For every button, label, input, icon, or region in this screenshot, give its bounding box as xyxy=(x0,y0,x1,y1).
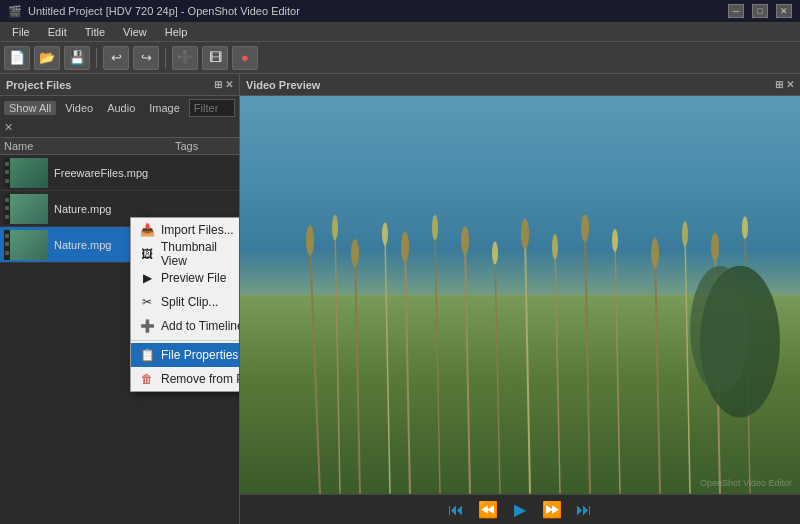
title-bar-controls: ─ □ ✕ xyxy=(728,4,792,18)
app-icon: 🎬 xyxy=(8,5,22,18)
ctx-file-properties[interactable]: 📋 File Properties xyxy=(131,343,239,367)
filter-clear-icon[interactable]: ✕ xyxy=(4,121,13,134)
ctx-preview-file[interactable]: ▶ Preview File xyxy=(131,266,239,290)
svg-line-9 xyxy=(555,247,560,494)
svg-point-33 xyxy=(690,266,750,393)
new-button[interactable]: 📄 xyxy=(4,46,30,70)
ctx-file-properties-label: File Properties xyxy=(161,348,238,362)
file-list: FreewareFiles.mpg Nature.mpg xyxy=(0,155,239,524)
title-bar-left: 🎬 Untitled Project [HDV 720 24p] - OpenS… xyxy=(8,5,300,18)
rewind-button[interactable]: ⏪ xyxy=(476,498,500,522)
clip-button[interactable]: 🎞 xyxy=(202,46,228,70)
ctx-split-label: Split Clip... xyxy=(161,295,218,309)
file-name: FreewareFiles.mpg xyxy=(54,167,235,179)
filter-input[interactable] xyxy=(189,99,235,117)
svg-line-13 xyxy=(685,234,690,494)
ctx-remove-project[interactable]: 🗑 Remove from Project xyxy=(131,367,239,391)
panel-close-icon[interactable]: ✕ xyxy=(225,79,233,90)
panel-pin-icon[interactable]: ⊞ xyxy=(214,79,222,90)
title-bar: 🎬 Untitled Project [HDV 720 24p] - OpenS… xyxy=(0,0,800,22)
video-frame: OpenShot Video Editor xyxy=(240,96,800,494)
svg-line-12 xyxy=(655,253,660,494)
video-preview-area: OpenShot Video Editor xyxy=(240,96,800,494)
undo-button[interactable]: ↩ xyxy=(103,46,129,70)
svg-point-22 xyxy=(461,227,469,255)
context-menu: 📥 Import Files... Ctrl+F 🖼 Thumbnail Vie… xyxy=(130,217,239,392)
add-timeline-icon: ➕ xyxy=(139,318,155,334)
video-preview-header: Video Preview ⊞ ✕ xyxy=(240,74,800,96)
col-name-header: Name xyxy=(4,140,175,152)
play-button[interactable]: ▶ xyxy=(508,498,532,522)
filter-image[interactable]: Image xyxy=(144,101,185,115)
ctx-remove-label: Remove from Project xyxy=(161,372,239,386)
preview-close-icon[interactable]: ✕ xyxy=(786,79,794,90)
svg-point-25 xyxy=(552,234,558,259)
minimize-button[interactable]: ─ xyxy=(728,4,744,18)
redo-button[interactable]: ↪ xyxy=(133,46,159,70)
save-button[interactable]: 💾 xyxy=(64,46,90,70)
record-button[interactable]: ● xyxy=(232,46,258,70)
svg-point-18 xyxy=(351,239,359,267)
ctx-import-files[interactable]: 📥 Import Files... Ctrl+F xyxy=(131,218,239,242)
thumbnail-icon: 🖼 xyxy=(139,246,155,262)
svg-point-29 xyxy=(682,222,688,247)
filter-show-all[interactable]: Show All xyxy=(4,101,56,115)
svg-point-26 xyxy=(581,215,589,242)
svg-point-31 xyxy=(742,217,748,240)
project-files-header: Project Files ⊞ ✕ xyxy=(0,74,239,96)
filter-audio[interactable]: Audio xyxy=(102,101,140,115)
svg-line-2 xyxy=(355,253,360,494)
import-button[interactable]: ➕ xyxy=(172,46,198,70)
file-thumbnail xyxy=(4,230,48,260)
video-preview-panel: Video Preview ⊞ ✕ xyxy=(240,74,800,524)
svg-point-16 xyxy=(306,226,314,256)
open-button[interactable]: 📂 xyxy=(34,46,60,70)
ctx-split-clip[interactable]: ✂ Split Clip... Ctrl+X xyxy=(131,290,239,314)
preview-header-icons: ⊞ ✕ xyxy=(775,79,794,90)
ctx-add-timeline-label: Add to Timeline xyxy=(161,319,239,333)
file-name: Nature.mpg xyxy=(54,203,235,215)
preview-controls: ⏮ ⏪ ▶ ⏩ ⏭ xyxy=(240,494,800,524)
import-icon: 📥 xyxy=(139,222,155,238)
svg-line-7 xyxy=(495,253,500,494)
menu-edit[interactable]: Edit xyxy=(40,24,75,40)
svg-line-0 xyxy=(310,241,320,494)
preview-icon: ▶ xyxy=(139,270,155,286)
menu-file[interactable]: File xyxy=(4,24,38,40)
fast-forward-button[interactable]: ⏩ xyxy=(540,498,564,522)
menu-title[interactable]: Title xyxy=(77,24,113,40)
project-files-panel: Project Files ⊞ ✕ Show All Video Audio I… xyxy=(0,74,240,524)
svg-point-20 xyxy=(401,232,409,262)
svg-line-11 xyxy=(615,241,620,494)
svg-line-3 xyxy=(385,234,390,494)
preview-pin-icon[interactable]: ⊞ xyxy=(775,79,783,90)
svg-point-24 xyxy=(521,219,529,249)
skip-to-end-button[interactable]: ⏭ xyxy=(572,498,596,522)
toolbar-sep2 xyxy=(165,48,166,68)
maximize-button[interactable]: □ xyxy=(752,4,768,18)
ctx-import-label: Import Files... xyxy=(161,223,234,237)
ctx-thumbnail-view[interactable]: 🖼 Thumbnail View Ctrl+Shift+D xyxy=(131,242,239,266)
svg-line-4 xyxy=(405,247,410,494)
panel-header-icons: ⊞ ✕ xyxy=(214,79,233,90)
svg-point-21 xyxy=(432,215,438,240)
ctx-separator xyxy=(131,340,239,341)
svg-line-1 xyxy=(335,228,340,494)
svg-point-19 xyxy=(382,223,388,246)
menu-help[interactable]: Help xyxy=(157,24,196,40)
split-icon: ✂ xyxy=(139,294,155,310)
svg-line-6 xyxy=(465,241,470,494)
ctx-add-timeline[interactable]: ➕ Add to Timeline Ctrl+W xyxy=(131,314,239,338)
rewind-to-start-button[interactable]: ⏮ xyxy=(444,498,468,522)
video-preview-title: Video Preview xyxy=(246,79,320,91)
ctx-thumbnail-label: Thumbnail View xyxy=(161,240,239,268)
menu-view[interactable]: View xyxy=(115,24,155,40)
main-area: Project Files ⊞ ✕ Show All Video Audio I… xyxy=(0,74,800,524)
svg-point-28 xyxy=(651,238,659,268)
filter-video[interactable]: Video xyxy=(60,101,98,115)
remove-icon: 🗑 xyxy=(139,371,155,387)
file-item[interactable]: FreewareFiles.mpg xyxy=(0,155,239,191)
close-button[interactable]: ✕ xyxy=(776,4,792,18)
watermark: OpenShot Video Editor xyxy=(700,478,792,488)
svg-line-8 xyxy=(525,234,530,494)
